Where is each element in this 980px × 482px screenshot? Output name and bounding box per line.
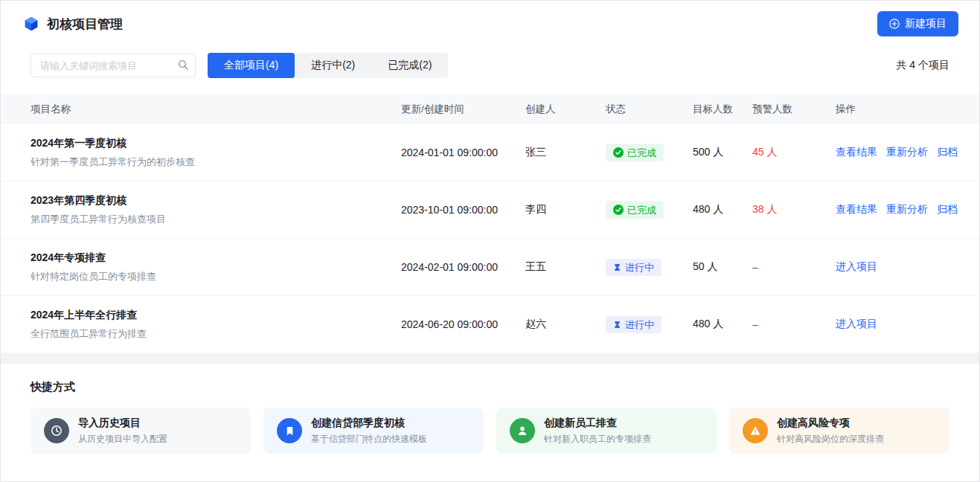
bookmark-icon [277,418,302,443]
action-link[interactable]: 查看结果 [836,146,877,159]
target-count: 500 人 [693,146,752,159]
total-count: 共 4 个项目 [896,59,949,72]
hourglass-icon [613,263,621,271]
project-table: 项目名称更新/创建时间创建人状态目标人数预警人数操作 2024年第一季度初核针对… [1,94,979,353]
quick-action-card[interactable]: 导入历史项目从历史项目中导入配置 [31,408,251,454]
card-description: 从历史项目中导入配置 [78,433,167,446]
project-name: 2023年第四季度初核 [31,194,401,208]
target-count: 480 人 [693,318,752,331]
column-header: 更新/创建时间 [401,103,525,116]
row-actions: 查看结果重新分析归档 [836,146,958,159]
project-creator: 赵六 [525,318,606,331]
action-link[interactable]: 归档 [937,146,958,159]
status-label: 进行中 [625,320,654,330]
project-description: 针对特定岗位员工的专项排查 [31,270,401,283]
action-link[interactable]: 进入项目 [836,318,877,331]
action-link[interactable]: 查看结果 [836,203,877,216]
card-text: 创建信贷部季度初核基于信贷部门特点的快速模板 [311,417,427,446]
search-icon[interactable] [178,60,188,70]
card-description: 针对新入职员工的专项排查 [544,433,651,446]
filter-tab-1[interactable]: 进行中(2) [295,53,371,78]
table-row: 2024年第一季度初核针对第一季度员工异常行为的初步核查2024-01-01 0… [1,124,979,181]
project-status-cell: 进行中 [606,316,693,333]
warning-count: – [752,261,836,273]
card-title: 创建高风险专项 [777,417,884,430]
project-creator: 张三 [525,146,606,159]
quick-actions-cards: 导入历史项目从历史项目中导入配置创建信贷部季度初核基于信贷部门特点的快速模板创建… [31,408,949,454]
card-title: 创建信贷部季度初核 [311,417,427,430]
row-actions: 进入项目 [836,318,949,331]
project-name-cell: 2023年第四季度初核第四季度员工异常行为核查项目 [31,194,401,226]
project-description: 针对第一季度员工异常行为的初步核查 [31,155,401,169]
action-link[interactable]: 重新分析 [886,146,928,159]
row-actions: 进入项目 [836,260,949,274]
table-header: 项目名称更新/创建时间创建人状态目标人数预警人数操作 [1,94,979,124]
project-time: 2024-06-20 09:00:00 [401,318,525,330]
row-actions: 查看结果重新分析归档 [836,203,958,216]
column-header: 创建人 [525,103,606,116]
status-label: 已完成 [627,205,656,215]
column-header: 项目名称 [31,103,401,116]
column-header: 目标人数 [693,103,752,116]
plus-circle-icon [889,19,900,29]
card-text: 创建高风险专项针对高风险岗位的深度排查 [777,417,884,446]
quick-action-card[interactable]: 创建信贷部季度初核基于信贷部门特点的快速模板 [263,408,484,454]
warning-icon [743,418,768,443]
project-time: 2024-01-01 09:00:00 [401,147,525,158]
filter-tab-2[interactable]: 已完成(2) [371,53,448,78]
project-status-cell: 进行中 [606,259,693,276]
project-status-cell: 已完成 [606,144,693,161]
page-title: 初核项目管理 [47,16,123,33]
search-input[interactable] [31,54,196,77]
project-name: 2024年专项排查 [31,251,401,265]
project-name: 2024年第一季度初核 [31,137,401,150]
warning-count: – [752,318,836,330]
check-circle-icon [613,147,624,158]
project-creator: 李四 [525,203,606,216]
target-count: 50 人 [693,260,752,274]
column-header: 操作 [836,103,949,116]
status-label: 已完成 [627,148,656,158]
status-badge: 已完成 [606,201,664,219]
status-badge: 进行中 [606,316,662,333]
card-text: 创建新员工排查针对新入职员工的专项排查 [544,417,651,446]
card-text: 导入历史项目从历史项目中导入配置 [78,417,167,446]
quick-action-card[interactable]: 创建高风险专项针对高风险岗位的深度排查 [729,408,949,454]
project-name-cell: 2024年专项排查针对特定岗位员工的专项排查 [31,251,401,283]
status-label: 进行中 [625,263,654,272]
page-header: 初核项目管理 新建项目 [1,1,979,47]
action-link[interactable]: 重新分析 [886,203,928,216]
card-description: 针对高风险岗位的深度排查 [777,433,884,446]
target-count: 480 人 [693,203,752,216]
status-badge: 进行中 [606,259,662,276]
project-description: 第四季度员工异常行为核查项目 [31,213,401,226]
quick-action-card[interactable]: 创建新员工排查针对新入职员工的专项排查 [496,408,717,454]
check-circle-icon [613,205,624,215]
card-title: 导入历史项目 [78,417,167,430]
filter-tab-0[interactable]: 全部项目(4) [208,53,295,78]
table-row: 2023年第四季度初核第四季度员工异常行为核查项目2023-10-01 09:0… [1,181,979,239]
table-body: 2024年第一季度初核针对第一季度员工异常行为的初步核查2024-01-01 0… [1,124,979,353]
user-icon [510,418,535,443]
search-box [31,54,196,77]
project-time: 2024-02-01 09:00:00 [401,261,525,273]
project-name-cell: 2024年第一季度初核针对第一季度员工异常行为的初步核查 [31,137,401,169]
action-link[interactable]: 归档 [937,203,958,216]
toolbar: 全部项目(4)进行中(2)已完成(2) 共 4 个项目 [1,53,979,78]
table-row: 2024年专项排查针对特定岗位员工的专项排查2024-02-01 09:00:0… [1,239,979,296]
quick-actions-title: 快捷方式 [31,380,949,394]
card-title: 创建新员工排查 [544,417,651,430]
card-description: 基于信贷部门特点的快速模板 [311,433,427,446]
project-status-cell: 已完成 [606,201,693,219]
project-creator: 王五 [525,260,606,274]
column-header: 预警人数 [752,103,836,116]
app-logo-cube-icon [23,16,39,32]
section-divider [1,353,979,364]
quick-actions-section: 快捷方式 导入历史项目从历史项目中导入配置创建信贷部季度初核基于信贷部门特点的快… [1,364,979,454]
warning-count: 38 人 [752,203,836,216]
project-name-cell: 2024年上半年全行排查全行范围员工异常行为排查 [31,309,401,341]
action-link[interactable]: 进入项目 [836,260,877,274]
clock-icon [44,418,69,443]
new-project-button[interactable]: 新建项目 [877,11,958,36]
column-header: 状态 [606,103,693,116]
